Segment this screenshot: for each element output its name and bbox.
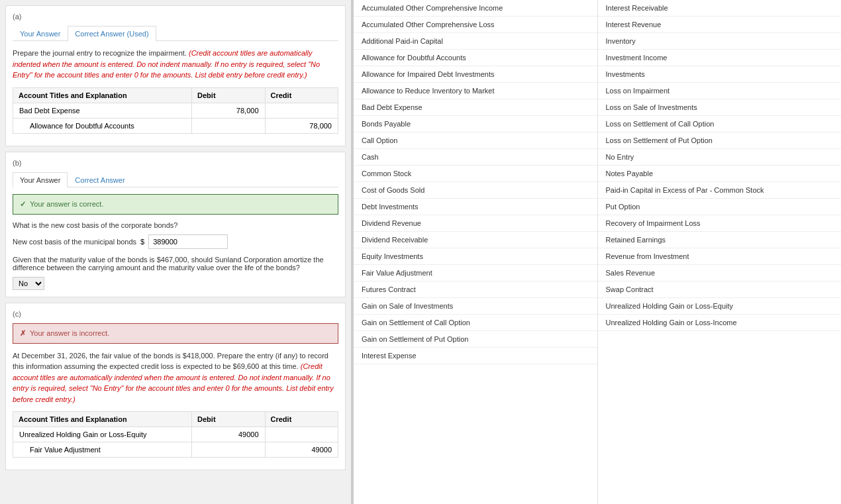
section-b: (b) Your Answer Correct Answer ✓ Your an…	[5, 152, 346, 297]
list-item[interactable]: Equity Investments	[354, 248, 597, 265]
question-b: What is the new cost basis of the corpor…	[13, 221, 338, 229]
list-item[interactable]: Debt Investments	[354, 199, 597, 215]
list-item[interactable]: Revenue from Investment	[598, 248, 842, 265]
list-item[interactable]: Cash	[354, 149, 597, 166]
account-input-a-1[interactable]	[17, 105, 188, 116]
list-item[interactable]: Loss on Settlement of Call Option	[598, 116, 842, 132]
list-item[interactable]: Allowance for Impaired Debt Investments	[354, 66, 597, 83]
list-item[interactable]: Unrealized Holding Gain or Loss-Income	[598, 315, 842, 331]
cost-basis-row: New cost basis of the municipal bonds $	[13, 234, 338, 249]
amortize-select[interactable]: No Yes	[13, 277, 44, 290]
section-c-label: (c)	[13, 310, 338, 318]
amortize-question: Given that the maturity value of the bon…	[13, 256, 338, 272]
tab-correct-answer-a[interactable]: Correct Answer (Used)	[68, 26, 156, 41]
journal-table-c: Account Titles and Explanation Debit Cre…	[13, 411, 338, 458]
list-item[interactable]: Recovery of Impairment Loss	[598, 215, 842, 232]
list-item[interactable]: Interest Expense	[354, 348, 597, 364]
list-item[interactable]: Investment Income	[598, 50, 842, 66]
list-item[interactable]: Interest Receivable	[598, 0, 842, 17]
accounts-left-col: Accumulated Other Comprehensive IncomeAc…	[354, 0, 598, 504]
list-item[interactable]: Dividend Receivable	[354, 232, 597, 248]
list-item[interactable]: Swap Contract	[598, 281, 842, 298]
col-header-debit-c: Debit	[192, 412, 265, 427]
list-item[interactable]: Fair Value Adjustment	[354, 265, 597, 281]
list-item[interactable]: Gain on Sale of Investments	[354, 298, 597, 315]
account-input-c-1[interactable]	[17, 429, 188, 440]
list-item[interactable]: Loss on Impairment	[598, 83, 842, 99]
table-row	[13, 442, 338, 458]
list-item[interactable]: Gain on Settlement of Put Option	[354, 331, 597, 348]
list-item[interactable]: Notes Payable	[598, 166, 842, 182]
journal-table-a: Account Titles and Explanation Debit Cre…	[13, 87, 338, 134]
cost-basis-label: New cost basis of the municipal bonds	[13, 238, 136, 246]
list-item[interactable]: Futures Contract	[354, 281, 597, 298]
accounts-right-col: Interest ReceivableInterest RevenueInven…	[598, 0, 842, 504]
debit-input-c-1[interactable]	[195, 429, 261, 440]
section-c-instructions: At December 31, 2026, the fair value of …	[13, 350, 338, 405]
list-item[interactable]: Bad Debt Expense	[354, 99, 597, 116]
col-header-account-c: Account Titles and Explanation	[13, 412, 192, 427]
tab-correct-answer-b[interactable]: Correct Answer	[68, 172, 132, 187]
section-c: (c) ✗ Your answer is incorrect. At Decem…	[5, 303, 346, 471]
list-item[interactable]: Accumulated Other Comprehensive Income	[354, 0, 597, 17]
section-b-tabs: Your Answer Correct Answer	[13, 172, 338, 187]
alert-error-c: ✗ Your answer is incorrect.	[13, 323, 338, 344]
left-panel: (a) Your Answer Correct Answer (Used) Pr…	[0, 0, 351, 504]
list-item[interactable]: Paid-in Capital in Excess of Par - Commo…	[598, 182, 842, 199]
list-item[interactable]: Accumulated Other Comprehensive Loss	[354, 17, 597, 33]
section-b-label: (b)	[13, 159, 338, 167]
debit-input-c-2[interactable]	[195, 444, 261, 455]
list-item[interactable]: Interest Revenue	[598, 17, 842, 33]
credit-input-a-2[interactable]	[269, 121, 334, 131]
list-item[interactable]: Call Option	[354, 132, 597, 149]
debit-input-a-1[interactable]	[195, 105, 261, 116]
credit-input-a-1[interactable]	[269, 105, 334, 116]
table-row	[13, 427, 338, 442]
col-header-debit-a: Debit	[192, 87, 265, 103]
accounts-columns: Accumulated Other Comprehensive IncomeAc…	[354, 0, 841, 504]
list-item[interactable]: Sales Revenue	[598, 265, 842, 281]
dollar-sign: $	[140, 238, 144, 246]
list-item[interactable]: Loss on Settlement of Put Option	[598, 132, 842, 149]
alert-success-b: ✓ Your answer is correct.	[13, 194, 338, 215]
account-input-a-2[interactable]	[17, 121, 188, 131]
list-item[interactable]: Put Option	[598, 199, 842, 215]
col-header-credit-a: Credit	[265, 87, 338, 103]
alert-text-c: Your answer is incorrect.	[30, 329, 109, 337]
list-item[interactable]: Common Stock	[354, 166, 597, 182]
credit-input-c-1[interactable]	[269, 429, 334, 440]
section-a-instructions: Prepare the journal entry to recognize t…	[13, 48, 338, 81]
list-item[interactable]: Cost of Goods Sold	[354, 182, 597, 199]
tab-your-answer-b[interactable]: Your Answer	[13, 172, 68, 187]
list-item[interactable]: Investments	[598, 66, 842, 83]
credit-input-c-2[interactable]	[269, 444, 334, 455]
account-input-c-2[interactable]	[17, 444, 188, 455]
cost-basis-input[interactable]	[148, 234, 228, 249]
list-item[interactable]: Additional Paid-in Capital	[354, 33, 597, 50]
list-item[interactable]: Dividend Revenue	[354, 215, 597, 232]
section-a: (a) Your Answer Correct Answer (Used) Pr…	[5, 5, 346, 146]
table-row	[13, 118, 338, 133]
section-a-tabs: Your Answer Correct Answer (Used)	[13, 26, 338, 41]
list-item[interactable]: Allowance for Doubtful Accounts	[354, 50, 597, 66]
list-item[interactable]: Unrealized Holding Gain or Loss-Equity	[598, 298, 842, 315]
list-item[interactable]: Allowance to Reduce Inventory to Market	[354, 83, 597, 99]
section-a-label: (a)	[13, 13, 338, 21]
col-header-account-a: Account Titles and Explanation	[13, 87, 192, 103]
table-row	[13, 103, 338, 118]
col-header-credit-c: Credit	[265, 412, 338, 427]
list-item[interactable]: Loss on Sale of Investments	[598, 99, 842, 116]
check-icon: ✓	[20, 200, 26, 209]
list-item[interactable]: Bonds Payable	[354, 116, 597, 132]
list-item[interactable]: Retained Earnings	[598, 232, 842, 248]
list-item[interactable]: No Entry	[598, 149, 842, 166]
list-item[interactable]: Gain on Settlement of Call Option	[354, 315, 597, 331]
alert-text-b: Your answer is correct.	[30, 200, 103, 208]
debit-input-a-2[interactable]	[195, 121, 261, 131]
tab-your-answer-a[interactable]: Your Answer	[13, 26, 68, 41]
right-panel: Accumulated Other Comprehensive IncomeAc…	[354, 0, 841, 504]
x-icon: ✗	[20, 329, 26, 338]
list-item[interactable]: Inventory	[598, 33, 842, 50]
